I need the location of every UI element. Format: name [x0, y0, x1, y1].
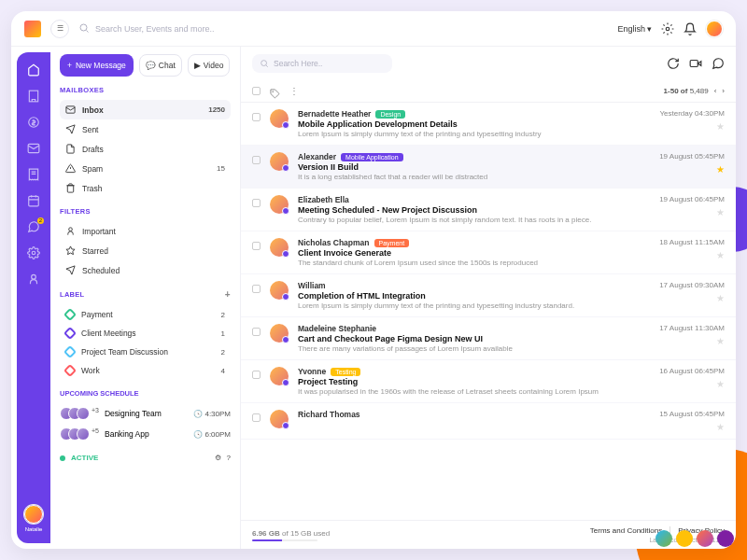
mailbox-sent[interactable]: Sent	[60, 119, 231, 139]
storage-usage: 6.96 GB of 15 GB used	[252, 529, 330, 541]
chevron-down-icon: ▾	[647, 24, 652, 34]
language-selector[interactable]: English▾	[617, 24, 652, 34]
video-call-icon[interactable]	[689, 57, 702, 70]
settings-icon[interactable]	[661, 22, 674, 35]
tool-badges	[655, 530, 734, 547]
label-item[interactable]: Payment2	[60, 305, 231, 324]
message-checkbox[interactable]	[252, 156, 261, 164]
notifications-icon[interactable]	[684, 22, 697, 35]
message-row[interactable]: YvonneTestingProject TestingIt was popul…	[241, 360, 736, 403]
video-icon: ▶	[194, 61, 201, 70]
svg-rect-2	[29, 91, 37, 102]
schedule-item[interactable]: +5Banking App🕓 6:00PM	[60, 424, 231, 444]
home-icon[interactable]	[27, 63, 40, 77]
star-icon[interactable]: ★	[716, 293, 725, 303]
chat-icon[interactable]: 2	[27, 220, 40, 233]
label-item[interactable]: Project Team Discussion2	[60, 343, 231, 361]
settings-icon[interactable]	[27, 246, 40, 259]
search-icon	[78, 22, 90, 35]
message-row[interactable]: Nicholas ChapmanPaymentClient Invoice Ge…	[241, 231, 736, 274]
star-icon[interactable]: ★	[716, 207, 725, 217]
video-button[interactable]: ▶Video	[188, 54, 231, 77]
user-avatar[interactable]	[706, 21, 723, 37]
message-tag: Design	[375, 110, 405, 119]
message-checkbox[interactable]	[252, 285, 261, 293]
add-label-button[interactable]: +	[225, 289, 231, 300]
buildings-icon[interactable]	[27, 90, 40, 103]
tag-icon	[63, 308, 77, 321]
sidebar-help-icon[interactable]: ?	[227, 454, 231, 462]
svg-point-7	[32, 274, 36, 279]
user-icon[interactable]	[27, 273, 40, 286]
sidebar-settings-icon[interactable]: ⚙	[215, 454, 221, 462]
star-icon[interactable]: ★	[716, 379, 725, 389]
message-search[interactable]: Search Here..	[252, 54, 392, 73]
dollar-icon[interactable]	[27, 116, 40, 129]
clock-icon: 🕓 4:30PM	[193, 410, 231, 418]
star-icon[interactable]: ★	[716, 336, 725, 346]
spam-icon	[65, 163, 76, 174]
svg-point-6	[32, 251, 35, 255]
tag-icon	[63, 364, 77, 377]
filter-scheduled[interactable]: Scheduled	[60, 260, 231, 280]
prev-page-button[interactable]: ‹	[714, 87, 717, 95]
mailbox-drafts[interactable]: Drafts	[60, 139, 231, 159]
message-checkbox[interactable]	[252, 199, 261, 207]
svg-point-9	[69, 228, 73, 231]
sender-avatar	[270, 367, 289, 385]
next-page-button[interactable]: ›	[722, 87, 725, 95]
svg-rect-5	[29, 196, 39, 206]
mail-icon[interactable]	[27, 142, 40, 155]
star-icon[interactable]: ★	[716, 121, 725, 132]
refresh-icon[interactable]	[667, 57, 680, 70]
star-icon[interactable]: ★	[716, 422, 725, 432]
message-tag: Payment	[374, 239, 410, 247]
select-all-checkbox[interactable]	[252, 87, 261, 95]
message-checkbox[interactable]	[252, 328, 261, 336]
global-search[interactable]: Search User, Events and more..	[78, 22, 303, 35]
label-item[interactable]: Client Meetings1	[60, 324, 231, 343]
sender-avatar	[270, 109, 289, 128]
new-message-button[interactable]: + New Message	[60, 54, 134, 77]
message-row[interactable]: Madeleine StephanieCart and Checkout Pag…	[241, 317, 736, 360]
calendar-icon[interactable]	[27, 194, 40, 207]
drafts-icon	[65, 144, 76, 154]
mailbox-trash[interactable]: Trash	[60, 178, 231, 198]
message-checkbox[interactable]	[252, 371, 261, 379]
message-checkbox[interactable]	[252, 113, 261, 121]
rail-user[interactable]: Natalie	[24, 505, 43, 532]
message-row[interactable]: AlexanderMobile ApplicationVersion II Bu…	[241, 146, 736, 189]
starred-icon	[65, 245, 76, 256]
tag-filter-icon[interactable]	[270, 86, 280, 96]
new-chat-icon[interactable]	[712, 57, 725, 70]
clock-icon: 🕓 6:00PM	[193, 430, 231, 439]
more-options-icon[interactable]: ⋮	[289, 86, 299, 96]
terms-link[interactable]: Terms and Conditions	[590, 526, 662, 535]
message-tag: Mobile Application	[341, 153, 402, 161]
message-checkbox[interactable]	[252, 413, 261, 422]
page-range: 1-50 of 5,489	[664, 87, 709, 95]
schedule-item[interactable]: +3Designing Team🕓 4:30PM	[60, 403, 231, 424]
filters-heading: FILTERS	[60, 207, 231, 216]
receipt-icon[interactable]	[27, 168, 40, 181]
filter-starred[interactable]: Starred	[60, 241, 231, 260]
trash-icon	[65, 183, 76, 193]
star-icon[interactable]: ★	[716, 250, 725, 260]
tag-icon	[63, 345, 77, 358]
svg-point-0	[80, 24, 87, 31]
label-item[interactable]: Work4	[60, 361, 231, 380]
message-row[interactable]: Bernadette HeatherDesignMobile Applicati…	[241, 103, 736, 146]
message-row[interactable]: Richard Thomas15 August 05:45PM★	[241, 403, 736, 440]
filter-important[interactable]: Important	[60, 221, 231, 241]
mailbox-inbox[interactable]: Inbox1250	[60, 100, 231, 119]
message-row[interactable]: Elizabeth EllaMeeting Scheduled - New Pr…	[241, 189, 736, 231]
important-icon	[65, 226, 76, 236]
star-icon[interactable]: ★	[716, 164, 725, 175]
menu-toggle[interactable]: ☰	[50, 20, 69, 38]
sender-avatar	[270, 410, 289, 428]
chat-button[interactable]: 💬Chat	[139, 54, 182, 77]
message-row[interactable]: WilliamCompletion of HTML IntegrationLor…	[241, 274, 736, 317]
svg-rect-12	[690, 61, 698, 67]
mailbox-spam[interactable]: Spam15	[60, 159, 231, 178]
message-checkbox[interactable]	[252, 242, 261, 250]
